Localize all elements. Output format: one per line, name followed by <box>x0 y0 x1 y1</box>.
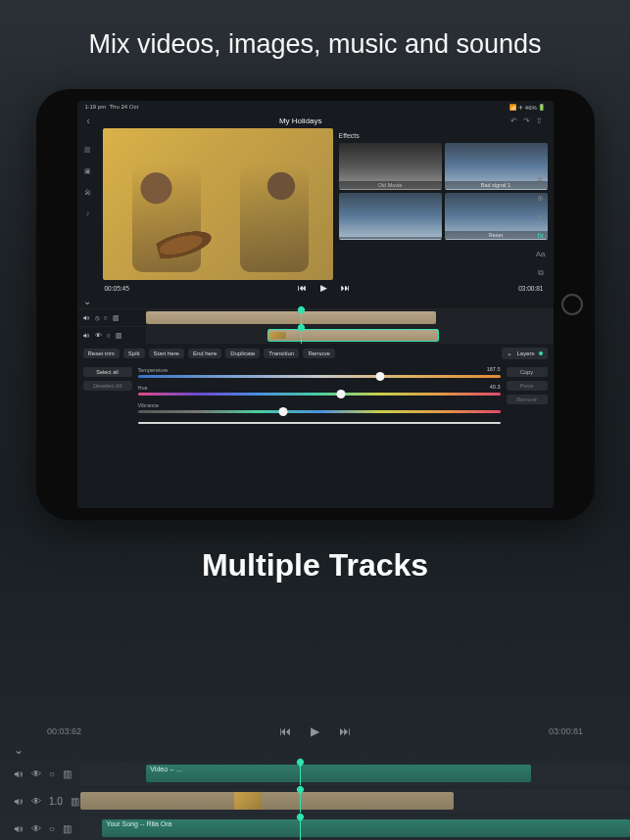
effect-tile[interactable] <box>339 193 442 240</box>
scrub-slider[interactable] <box>138 422 501 424</box>
ghost-collapse-icon[interactable]: ⌄ <box>14 743 24 757</box>
layers-mini-icon[interactable]: ▥ <box>116 332 122 340</box>
eye-icon[interactable]: 👁︎ <box>31 769 41 779</box>
duplicate-icon[interactable]: ⧉ <box>536 268 546 278</box>
mute-icon[interactable]: 🔊︎ <box>14 823 24 834</box>
active-dot <box>539 351 543 355</box>
timeline-lane-1[interactable] <box>146 309 554 326</box>
layers-mini-icon[interactable]: ▥ <box>71 796 79 807</box>
mic-icon[interactable]: 🎤︎ <box>84 189 91 196</box>
video-preview[interactable] <box>103 128 333 280</box>
image-icon[interactable]: ▣ <box>84 167 91 175</box>
ghost-lane-2[interactable] <box>80 789 630 813</box>
clip-label: Your Song -- Rita Ora <box>102 819 630 828</box>
copy-button[interactable]: Copy <box>507 367 548 377</box>
ipad-home-button[interactable] <box>561 294 583 315</box>
prev-button[interactable]: ⏮ <box>298 283 307 293</box>
start-here-button[interactable]: Start here <box>149 349 184 358</box>
back-button[interactable]: ‹ <box>87 116 90 126</box>
ghost-play-button[interactable]: ▶ <box>311 724 319 738</box>
effects-panel: Effects Old Movie Bad signal 1 Reset <box>333 128 554 280</box>
clip-selected[interactable] <box>267 329 439 342</box>
remove-button[interactable]: Remove <box>303 349 334 358</box>
slider-knob[interactable] <box>278 407 287 416</box>
layers-label: Layers <box>516 350 534 356</box>
effect-caption: Bad signal 1 <box>445 181 548 189</box>
slider-label: Vibrance <box>138 402 501 408</box>
playhead[interactable] <box>301 327 302 344</box>
effect-tile-reset[interactable]: Reset <box>445 193 548 240</box>
next-button[interactable]: ⏭ <box>341 283 350 293</box>
project-title: My Holidays <box>279 117 322 125</box>
ghost-clip-song[interactable]: Your Song -- Rita Ora <box>102 819 630 837</box>
temperature-slider[interactable]: Temperature 187.5 <box>138 367 501 378</box>
effect-caption: Reset <box>445 231 548 239</box>
music-icon[interactable]: ♪ <box>86 210 90 216</box>
transition-button[interactable]: Transition <box>264 349 299 358</box>
layers-icon[interactable]: ▥ <box>84 146 91 154</box>
collapse-chevron-icon[interactable]: ⌄ <box>83 296 91 306</box>
promo-subheadline: Multiple Tracks <box>0 547 630 583</box>
ghost-playhead[interactable] <box>300 817 301 840</box>
hue-slider[interactable]: Hue 40.3 <box>138 385 501 396</box>
reset-trim-button[interactable]: Reset trim <box>83 349 120 358</box>
ghost-lane-3[interactable]: Your Song -- Rita Ora <box>80 817 630 840</box>
ghost-prev-button[interactable]: ⏮ <box>279 724 291 738</box>
effect-tile-old-movie[interactable]: Old Movie <box>339 143 442 190</box>
eye-icon[interactable]: 👁︎ <box>31 796 41 807</box>
slider-value: 187.5 <box>487 366 501 372</box>
redo-icon[interactable]: ↷ <box>523 117 530 125</box>
ghost-playhead[interactable] <box>300 789 301 813</box>
layers-mini-icon[interactable]: ▥ <box>63 769 72 779</box>
ghost-clip-video[interactable]: Video -- … <box>146 765 531 782</box>
mute-icon[interactable]: 🔊︎ <box>83 314 90 321</box>
brightness-icon[interactable]: ☀︎ <box>536 212 546 221</box>
circle-icon[interactable]: ○ <box>49 823 55 834</box>
effect-tile-bad-signal[interactable]: Bad signal 1 <box>445 143 548 190</box>
ipad-frame: 1:19 pm Thu 24 Oct 📶 ✈︎ 46% 🔋 ‹ My Holid… <box>36 89 595 520</box>
mute-icon[interactable]: 🔊︎ <box>83 332 90 339</box>
layers-mini-icon[interactable]: ▥ <box>63 823 72 834</box>
deselect-all-button[interactable]: Deselect All <box>83 381 132 391</box>
vibrance-slider[interactable]: Vibrance <box>138 402 501 413</box>
mute-icon[interactable]: 🔊︎ <box>14 796 24 807</box>
remove-action-button[interactable]: Remove <box>507 395 548 404</box>
ghost-clip-beige[interactable] <box>80 792 454 810</box>
app-screen: 1:19 pm Thu 24 Oct 📶 ✈︎ 46% 🔋 ‹ My Holid… <box>77 101 554 508</box>
ghost-tracks-section: 00:03:62 ⏮ ▶ ⏭ 03:00:81 ⌄ 🔊︎ 👁︎ ○ ▥ Vide… <box>0 713 630 840</box>
slider-knob[interactable] <box>336 390 345 398</box>
circle-icon[interactable]: ○ <box>49 769 55 779</box>
eye-icon[interactable]: 👁︎ <box>95 332 102 339</box>
transport-bar: 00:05:45 ⏮ ▶ ⏭ 03:00:81 <box>77 280 554 296</box>
slider-knob[interactable] <box>376 372 385 381</box>
share-icon[interactable]: ⇧ <box>536 117 543 125</box>
duplicate-button[interactable]: Duplicate <box>225 349 260 358</box>
current-time: 00:05:45 <box>105 285 129 292</box>
text-icon[interactable]: Aa <box>536 250 546 258</box>
split-button[interactable]: Split <box>123 349 145 358</box>
select-all-button[interactable]: Select all <box>83 367 132 377</box>
edit-button-row: Reset trim Split Start here End here Dup… <box>77 344 554 363</box>
ghost-clip-thumbnail[interactable] <box>234 792 262 810</box>
eye-icon[interactable]: 👁︎ <box>31 823 41 834</box>
ghost-lane-1[interactable]: Video -- … <box>80 762 630 785</box>
layers-dropdown[interactable]: ⌄ Layers <box>502 348 547 359</box>
side-toolbar: ▥ ▣ 🎤︎ ♪ <box>77 128 99 280</box>
undo-icon[interactable]: ↶ <box>510 117 517 125</box>
hide-icon[interactable]: ⦸ <box>95 314 99 322</box>
aperture-icon[interactable]: ⊕ <box>536 194 546 203</box>
timeline-lane-2[interactable] <box>146 327 554 344</box>
circle-icon[interactable]: ○ <box>104 314 108 321</box>
ghost-next-button[interactable]: ⏭ <box>339 724 351 738</box>
sliders-icon[interactable]: ≐ <box>536 175 546 184</box>
end-here-button[interactable]: End here <box>188 349 221 358</box>
play-button[interactable]: ▶ <box>320 283 327 293</box>
mute-icon[interactable]: 🔊︎ <box>14 769 24 779</box>
ghost-playhead[interactable] <box>300 762 301 785</box>
layers-mini-icon[interactable]: ▥ <box>113 314 120 322</box>
paste-button[interactable]: Paste <box>507 381 548 391</box>
clip-main[interactable] <box>146 311 436 324</box>
fx-icon[interactable]: fx <box>536 231 546 240</box>
ghost-track-3: 🔊︎ 👁︎ ○ ▥ Your Song -- Rita Ora <box>0 817 630 840</box>
circle-icon[interactable]: ○ <box>107 332 111 339</box>
